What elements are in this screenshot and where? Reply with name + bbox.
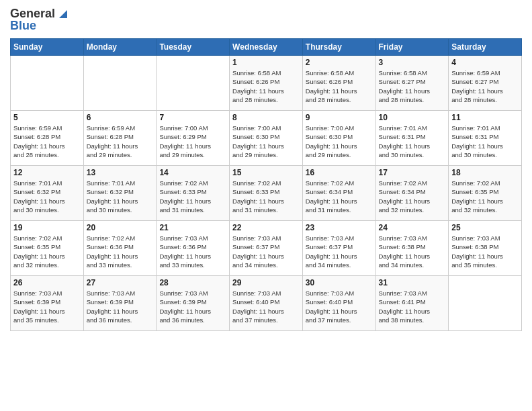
day-info: Sunrise: 7:03 AMSunset: 6:38 PMDaylight:… [451, 234, 519, 269]
col-header-friday: Friday [375, 39, 449, 56]
calendar-cell: 31Sunrise: 7:03 AMSunset: 6:41 PMDayligh… [375, 276, 449, 331]
day-number: 26 [13, 278, 81, 287]
day-number: 6 [87, 113, 154, 122]
calendar-cell: 12Sunrise: 7:01 AMSunset: 6:32 PMDayligh… [11, 166, 84, 221]
calendar-week-row: 12Sunrise: 7:01 AMSunset: 6:32 PMDayligh… [11, 166, 522, 221]
day-info: Sunrise: 7:02 AMSunset: 6:35 PMDaylight:… [451, 179, 519, 214]
day-info: Sunrise: 7:02 AMSunset: 6:34 PMDaylight:… [306, 179, 373, 214]
day-info: Sunrise: 7:01 AMSunset: 6:31 PMDaylight:… [451, 124, 519, 159]
header: General Blue [10, 7, 522, 33]
calendar-table: SundayMondayTuesdayWednesdayThursdayFrid… [10, 38, 522, 331]
day-number: 31 [379, 278, 446, 287]
day-number: 5 [13, 113, 81, 122]
day-info: Sunrise: 7:00 AMSunset: 6:30 PMDaylight:… [306, 124, 373, 159]
col-header-sunday: Sunday [11, 39, 84, 56]
day-info: Sunrise: 7:02 AMSunset: 6:33 PMDaylight:… [159, 179, 226, 214]
calendar-cell: 26Sunrise: 7:03 AMSunset: 6:39 PMDayligh… [11, 276, 84, 331]
calendar-cell: 10Sunrise: 7:01 AMSunset: 6:31 PMDayligh… [375, 111, 449, 166]
logo-blue-text: Blue [10, 19, 36, 34]
day-info: Sunrise: 7:02 AMSunset: 6:34 PMDaylight:… [379, 179, 446, 214]
day-number: 10 [379, 113, 446, 122]
day-number: 21 [159, 223, 226, 232]
day-info: Sunrise: 7:02 AMSunset: 6:36 PMDaylight:… [87, 234, 154, 269]
calendar-cell: 23Sunrise: 7:03 AMSunset: 6:37 PMDayligh… [302, 221, 375, 276]
day-number: 28 [159, 278, 226, 287]
day-number: 19 [13, 223, 81, 232]
calendar-cell: 18Sunrise: 7:02 AMSunset: 6:35 PMDayligh… [449, 166, 522, 221]
calendar-cell: 9Sunrise: 7:00 AMSunset: 6:30 PMDaylight… [302, 111, 375, 166]
calendar-cell: 30Sunrise: 7:03 AMSunset: 6:40 PMDayligh… [302, 276, 375, 331]
day-info: Sunrise: 6:59 AMSunset: 6:27 PMDaylight:… [451, 68, 519, 104]
calendar-cell: 4Sunrise: 6:59 AMSunset: 6:27 PMDaylight… [449, 56, 522, 111]
day-number: 30 [306, 278, 373, 287]
day-info: Sunrise: 7:03 AMSunset: 6:37 PMDaylight:… [306, 234, 373, 269]
calendar-cell [157, 56, 230, 111]
day-info: Sunrise: 7:03 AMSunset: 6:39 PMDaylight:… [13, 289, 81, 324]
day-info: Sunrise: 7:03 AMSunset: 6:37 PMDaylight:… [232, 234, 300, 269]
day-number: 29 [232, 278, 300, 287]
calendar-cell: 17Sunrise: 7:02 AMSunset: 6:34 PMDayligh… [375, 166, 449, 221]
calendar-cell: 3Sunrise: 6:58 AMSunset: 6:27 PMDaylight… [375, 56, 449, 111]
calendar-cell: 21Sunrise: 7:03 AMSunset: 6:36 PMDayligh… [157, 221, 230, 276]
logo-triangle-icon [56, 7, 70, 21]
calendar-week-row: 26Sunrise: 7:03 AMSunset: 6:39 PMDayligh… [11, 276, 522, 331]
calendar-week-row: 1Sunrise: 6:58 AMSunset: 6:26 PMDaylight… [11, 56, 522, 111]
day-number: 11 [451, 113, 519, 122]
day-info: Sunrise: 6:58 AMSunset: 6:26 PMDaylight:… [232, 68, 300, 104]
logo: General Blue [10, 7, 70, 33]
calendar-cell: 16Sunrise: 7:02 AMSunset: 6:34 PMDayligh… [302, 166, 375, 221]
day-info: Sunrise: 7:03 AMSunset: 6:40 PMDaylight:… [232, 289, 300, 324]
col-header-tuesday: Tuesday [157, 39, 230, 56]
day-info: Sunrise: 7:00 AMSunset: 6:29 PMDaylight:… [159, 124, 226, 159]
day-number: 2 [306, 58, 373, 67]
day-number: 1 [232, 58, 300, 67]
day-number: 20 [87, 223, 154, 232]
calendar-cell: 13Sunrise: 7:01 AMSunset: 6:32 PMDayligh… [83, 166, 157, 221]
day-info: Sunrise: 7:01 AMSunset: 6:32 PMDaylight:… [87, 179, 154, 214]
day-info: Sunrise: 6:58 AMSunset: 6:27 PMDaylight:… [379, 68, 446, 104]
calendar-cell: 5Sunrise: 6:59 AMSunset: 6:28 PMDaylight… [11, 111, 84, 166]
calendar-cell: 6Sunrise: 6:59 AMSunset: 6:28 PMDaylight… [83, 111, 157, 166]
day-info: Sunrise: 7:01 AMSunset: 6:31 PMDaylight:… [379, 124, 446, 159]
day-number: 12 [13, 168, 81, 177]
day-info: Sunrise: 7:03 AMSunset: 6:39 PMDaylight:… [87, 289, 154, 324]
calendar-cell: 28Sunrise: 7:03 AMSunset: 6:39 PMDayligh… [157, 276, 230, 331]
calendar-cell: 11Sunrise: 7:01 AMSunset: 6:31 PMDayligh… [449, 111, 522, 166]
calendar-cell [449, 276, 522, 331]
col-header-thursday: Thursday [302, 39, 375, 56]
calendar-cell [83, 56, 157, 111]
day-number: 17 [379, 168, 446, 177]
col-header-saturday: Saturday [449, 39, 522, 56]
day-info: Sunrise: 7:00 AMSunset: 6:30 PMDaylight:… [232, 124, 300, 159]
calendar-cell: 2Sunrise: 6:58 AMSunset: 6:26 PMDaylight… [302, 56, 375, 111]
svg-marker-0 [59, 10, 67, 18]
day-info: Sunrise: 7:01 AMSunset: 6:32 PMDaylight:… [13, 179, 81, 214]
day-number: 15 [232, 168, 300, 177]
day-number: 3 [379, 58, 446, 67]
calendar-cell [11, 56, 84, 111]
calendar-week-row: 19Sunrise: 7:02 AMSunset: 6:35 PMDayligh… [11, 221, 522, 276]
day-number: 27 [87, 278, 154, 287]
day-number: 4 [451, 58, 519, 67]
day-info: Sunrise: 6:58 AMSunset: 6:26 PMDaylight:… [306, 68, 373, 104]
day-number: 24 [379, 223, 446, 232]
day-info: Sunrise: 7:03 AMSunset: 6:36 PMDaylight:… [159, 234, 226, 269]
calendar-cell: 24Sunrise: 7:03 AMSunset: 6:38 PMDayligh… [375, 221, 449, 276]
col-header-monday: Monday [83, 39, 157, 56]
calendar-cell: 15Sunrise: 7:02 AMSunset: 6:33 PMDayligh… [230, 166, 303, 221]
calendar-header-row: SundayMondayTuesdayWednesdayThursdayFrid… [11, 39, 522, 56]
calendar-cell: 8Sunrise: 7:00 AMSunset: 6:30 PMDaylight… [230, 111, 303, 166]
day-info: Sunrise: 7:03 AMSunset: 6:39 PMDaylight:… [159, 289, 226, 324]
calendar-cell: 1Sunrise: 6:58 AMSunset: 6:26 PMDaylight… [230, 56, 303, 111]
day-info: Sunrise: 7:03 AMSunset: 6:41 PMDaylight:… [379, 289, 446, 324]
calendar-cell: 19Sunrise: 7:02 AMSunset: 6:35 PMDayligh… [11, 221, 84, 276]
calendar-cell: 27Sunrise: 7:03 AMSunset: 6:39 PMDayligh… [83, 276, 157, 331]
day-number: 22 [232, 223, 300, 232]
day-info: Sunrise: 6:59 AMSunset: 6:28 PMDaylight:… [13, 124, 81, 159]
calendar-cell: 29Sunrise: 7:03 AMSunset: 6:40 PMDayligh… [230, 276, 303, 331]
day-info: Sunrise: 7:02 AMSunset: 6:33 PMDaylight:… [232, 179, 300, 214]
day-number: 14 [159, 168, 226, 177]
day-info: Sunrise: 7:03 AMSunset: 6:38 PMDaylight:… [379, 234, 446, 269]
day-info: Sunrise: 6:59 AMSunset: 6:28 PMDaylight:… [87, 124, 154, 159]
day-number: 13 [87, 168, 154, 177]
